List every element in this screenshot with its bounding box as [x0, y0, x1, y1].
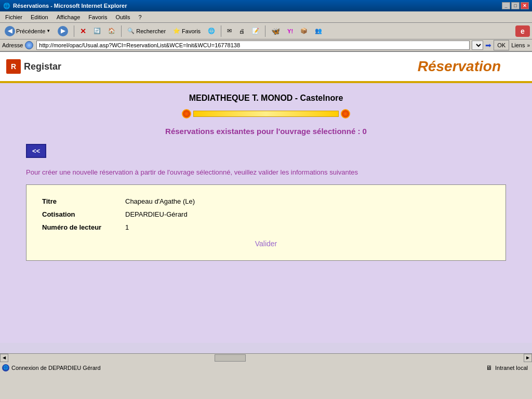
statusbar: 🌐 Connexion de DEPARDIEU Gérard 🖥 Intran… [0, 362, 532, 373]
print-button[interactable]: 🖨 [236, 24, 247, 38]
ie-corner: e [515, 25, 530, 37]
forward-arrow-icon: ▶ [58, 26, 68, 36]
search-icon: 🔍 [127, 28, 135, 34]
titlebar-left: 🌐 Réservations - Microsoft Internet Expl… [3, 3, 127, 9]
hscroll-track [8, 354, 524, 362]
favorites-icon: ⭐ [173, 28, 180, 34]
horizontal-scrollbar[interactable]: ◀ ▶ [0, 353, 532, 362]
page-area[interactable]: R Registar Réservation MEDIATHEQUE T. MO… [0, 52, 532, 353]
media-button[interactable]: 🌐 [205, 24, 218, 38]
back-label: Précédente [16, 28, 45, 34]
maximize-button[interactable]: □ [511, 2, 520, 9]
home-icon: 🏠 [108, 28, 115, 34]
toolbar-separator-2 [121, 25, 122, 37]
hscroll-right-button[interactable]: ▶ [524, 354, 532, 362]
msn-icon: 🦋 [271, 27, 280, 35]
back-button[interactable]: ◀ Précédente ▼ [2, 24, 53, 38]
titre-value: Chapeau d'Agathe (Le) [125, 197, 195, 205]
close-button[interactable]: ✕ [521, 2, 529, 9]
logo-icon: R [6, 59, 21, 74]
links-button[interactable]: Liens [511, 42, 525, 48]
users-button[interactable]: 👥 [312, 24, 325, 38]
yahoo-icon: Y! [287, 28, 293, 34]
titlebar-icon: 🌐 [3, 3, 10, 9]
status-right: 🖥 Intranet local [485, 364, 530, 372]
valider-button[interactable]: Valider [42, 240, 490, 248]
address-go-arrow-icon[interactable]: ➡ [485, 41, 491, 49]
divider-left-dot [182, 109, 191, 118]
links-chevron-icon: » [527, 43, 530, 48]
users-icon: 👥 [315, 28, 322, 34]
form-row-titre: Titre Chapeau d'Agathe (Le) [42, 197, 490, 205]
titre-label: Titre [42, 197, 125, 205]
instruction-text: Pour créer une nouvelle réservation à pa… [26, 168, 506, 176]
cotisation-value: DEPARDIEU-Gérard [125, 210, 188, 218]
logo-area: R Registar [6, 59, 61, 74]
page-title: Réservation [418, 58, 501, 75]
mail-icon: ✉ [227, 28, 232, 34]
ie-logo-icon: e [515, 25, 530, 37]
main-content: MEDIATHEQUE T. MONOD - Castelnore Réserv… [0, 83, 532, 343]
divider-right-dot [341, 109, 350, 118]
favorites-label: Favoris [182, 28, 201, 34]
edit-icon: 📝 [252, 28, 259, 34]
media-icon: 🌐 [208, 28, 215, 34]
print-icon: 🖨 [239, 28, 245, 34]
address-input[interactable] [36, 41, 470, 50]
extra-icon: 📦 [300, 28, 308, 34]
address-go-button[interactable]: OK [494, 40, 509, 50]
edit-button[interactable]: 📝 [249, 24, 262, 38]
address-dropdown[interactable] [472, 41, 483, 50]
stop-button[interactable]: ✕ [77, 24, 89, 38]
search-button[interactable]: 🔍 Rechercher [125, 24, 168, 38]
toolbar-separator-4 [265, 25, 265, 37]
refresh-button[interactable]: 🔄 [91, 24, 103, 38]
form-row-cotisation: Cotisation DEPARDIEU-Gérard [42, 210, 490, 218]
library-name: MEDIATHEQUE T. MONOD - Castelnore [10, 94, 522, 103]
status-text: Connexion de DEPARDIEU Gérard [11, 365, 101, 371]
menu-aide[interactable]: ? [136, 13, 145, 21]
site-header: R Registar Réservation [0, 52, 532, 83]
zone-text: Intranet local [495, 365, 528, 371]
search-label: Rechercher [136, 28, 166, 34]
cotisation-label: Cotisation [42, 210, 125, 218]
menu-affichage[interactable]: Affichage [54, 13, 84, 21]
browser-window: 🌐 Réservations - Microsoft Internet Expl… [0, 0, 532, 399]
form-row-numero: Numéro de lecteur 1 [42, 223, 490, 231]
numero-label: Numéro de lecteur [42, 223, 125, 231]
favorites-button[interactable]: ⭐ Favoris [170, 24, 203, 38]
msn-button[interactable]: 🦋 [269, 24, 283, 38]
menu-edition[interactable]: Edition [28, 13, 51, 21]
divider-line [193, 111, 339, 117]
back-button[interactable]: << [26, 144, 46, 158]
titlebar-text: Réservations - Microsoft Internet Explor… [13, 3, 127, 9]
toolbar: ◀ Précédente ▼ ▶ ✕ 🔄 🏠 🔍 Rechercher ⭐ Fa… [0, 23, 532, 39]
status-icon: 🌐 [2, 364, 9, 371]
menu-outils[interactable]: Outils [112, 13, 133, 21]
minimize-button[interactable]: _ [502, 2, 510, 9]
stop-icon: ✕ [80, 27, 86, 35]
back-arrow-icon: ◀ [5, 26, 15, 36]
reservations-count: Réservations existantes pour l'ouvrage s… [10, 127, 522, 136]
hscroll-left-button[interactable]: ◀ [0, 354, 8, 362]
form-box: Titre Chapeau d'Agathe (Le) Cotisation D… [26, 184, 506, 261]
refresh-icon: 🔄 [94, 28, 101, 34]
status-left: 🌐 Connexion de DEPARDIEU Gérard [2, 364, 485, 371]
window-controls: _ □ ✕ [502, 2, 529, 9]
back-dropdown-icon: ▼ [46, 29, 50, 33]
mail-button[interactable]: ✉ [224, 24, 234, 38]
address-label: Adresse [2, 42, 23, 48]
logo-text: Registar [24, 61, 61, 72]
menu-fichier[interactable]: Fichier [2, 13, 25, 21]
menu-favoris[interactable]: Favoris [85, 13, 110, 21]
address-globe-icon [25, 41, 33, 49]
divider-bar [10, 109, 522, 118]
intranet-icon: 🖥 [485, 364, 493, 372]
home-button[interactable]: 🏠 [105, 24, 118, 38]
numero-value: 1 [125, 223, 129, 231]
yahoo-button[interactable]: Y! [285, 24, 296, 38]
addressbar: Adresse ➡ OK Liens » [0, 39, 532, 52]
hscroll-thumb[interactable] [215, 354, 246, 362]
extra-button[interactable]: 📦 [298, 24, 310, 38]
forward-button[interactable]: ▶ [55, 24, 71, 38]
